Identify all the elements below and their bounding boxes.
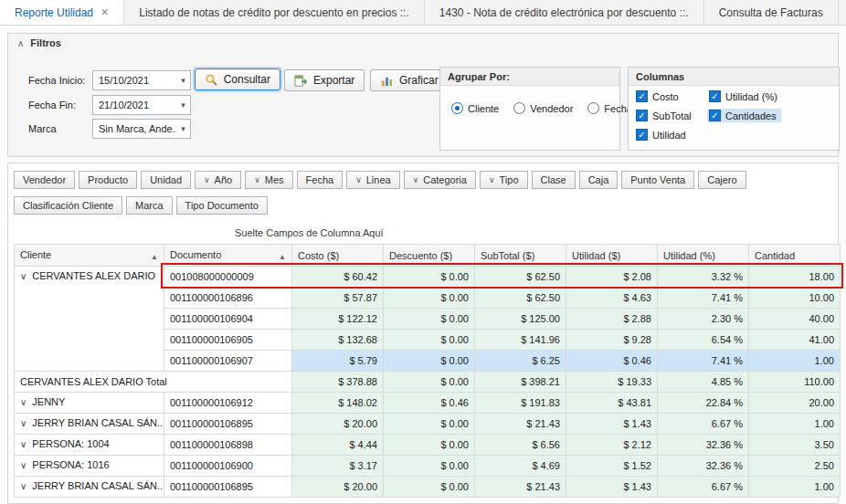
expand-chevron-icon[interactable]: ∨ <box>20 271 26 281</box>
value-cell[interactable]: $ 1.43 <box>566 477 658 498</box>
value-cell[interactable]: 1.00 <box>749 414 841 435</box>
value-cell[interactable]: $ 1.52 <box>566 456 658 477</box>
expand-chevron-icon[interactable]: ∨ <box>20 460 26 470</box>
radio-option-cliente[interactable]: Cliente <box>451 102 499 114</box>
checkbox-icon[interactable]: ✓ <box>636 110 648 121</box>
column-header-subtotal[interactable]: SubTotal ($) <box>475 245 566 267</box>
value-cell[interactable]: 7.41 % <box>658 351 749 372</box>
radio-icon[interactable] <box>513 102 525 114</box>
grid-row[interactable]: ∨JENNY001100000106912$ 148.02$ 0.46$ 191… <box>15 393 841 414</box>
value-cell[interactable]: $ 0.46 <box>384 393 475 414</box>
field-button-cajero[interactable]: Cajero <box>698 171 746 189</box>
fecha-inicio-picker[interactable]: 15/10/2021 ▾ <box>92 70 191 90</box>
checkbox-option-utilidad[interactable]: ✓Utilidad <box>634 128 695 142</box>
chevron-down-icon[interactable]: ▾ <box>176 76 190 85</box>
field-button-punto-venta[interactable]: Punto Venta <box>621 171 694 189</box>
documento-cell[interactable]: 001100000106907 <box>164 351 292 372</box>
value-cell[interactable]: 20.00 <box>749 393 841 414</box>
grid-row[interactable]: ∨PERSONA: 1016001100000106900$ 3.17$ 0.0… <box>15 456 841 477</box>
value-cell[interactable]: 3.50 <box>749 435 841 456</box>
value-cell[interactable]: $ 21.43 <box>475 414 566 435</box>
checkbox-icon[interactable]: ✓ <box>636 90 648 102</box>
consultar-button[interactable]: Consultar <box>195 68 280 90</box>
value-cell[interactable]: 7.41 % <box>658 288 749 309</box>
checkbox-option-cantidades[interactable]: ✓Cantidades <box>707 109 781 122</box>
value-cell[interactable]: $ 0.00 <box>384 309 475 330</box>
field-button-fecha[interactable]: Fecha <box>297 171 344 189</box>
value-cell[interactable]: $ 57.87 <box>292 288 384 309</box>
value-cell[interactable]: 40.00 <box>749 309 841 330</box>
value-cell[interactable]: $ 19.33 <box>566 372 658 393</box>
value-cell[interactable]: $ 0.46 <box>566 351 658 372</box>
fecha-fin-picker[interactable]: 21/10/2021 ▾ <box>92 95 191 115</box>
value-cell[interactable]: 10.00 <box>749 288 841 309</box>
graficar-button[interactable]: Graficar <box>370 69 449 91</box>
value-cell[interactable]: $ 0.00 <box>384 372 475 393</box>
value-cell[interactable]: $ 9.28 <box>566 330 658 351</box>
filter-chevron-icon[interactable]: ∨ <box>204 175 210 184</box>
value-cell[interactable]: $ 0.00 <box>384 477 475 498</box>
cliente-cell[interactable]: ∨CERVANTES ALEX DARIO <box>15 267 164 372</box>
value-cell[interactable]: 32.36 % <box>658 456 749 477</box>
value-cell[interactable]: $ 0.00 <box>384 456 475 477</box>
value-cell[interactable]: $ 0.00 <box>384 267 475 288</box>
value-cell[interactable]: 41.00 <box>749 330 841 351</box>
field-button-tipo-documento[interactable]: Tipo Documento <box>176 196 268 215</box>
field-button-ano[interactable]: ∨Año <box>195 171 241 189</box>
value-cell[interactable]: 32.36 % <box>658 435 749 456</box>
value-cell[interactable]: $ 0.00 <box>384 330 475 351</box>
value-cell[interactable]: 6.67 % <box>658 414 749 435</box>
documento-cell[interactable]: 001100000106898 <box>164 435 292 456</box>
value-cell[interactable]: $ 62.50 <box>475 267 566 288</box>
documento-cell[interactable]: 001100000106905 <box>164 330 292 351</box>
field-button-caja[interactable]: Caja <box>579 171 619 189</box>
tab-listado-de-notas-de-credito-por-descuento-en-precios[interactable]: Listado de notas de crédito por descuent… <box>124 0 425 25</box>
value-cell[interactable]: $ 5.79 <box>292 351 384 372</box>
grid-row[interactable]: ∨JERRY BRIAN CASAL SÁN...001100000106895… <box>15 477 841 498</box>
value-cell[interactable]: 2.50 <box>749 456 841 477</box>
value-cell[interactable]: $ 378.88 <box>292 372 384 393</box>
radio-icon[interactable] <box>451 102 463 114</box>
field-button-mes[interactable]: ∨Mes <box>245 171 292 189</box>
value-cell[interactable]: $ 148.02 <box>292 393 384 414</box>
field-button-unidad[interactable]: Unidad <box>141 171 191 189</box>
value-cell[interactable]: $ 2.88 <box>566 309 658 330</box>
exportar-button[interactable]: Exportar <box>284 69 365 91</box>
field-button-categoria[interactable]: ∨Categoria <box>404 171 476 189</box>
checkbox-option-utilidad[interactable]: ✓Utilidad (%) <box>707 89 781 103</box>
value-cell[interactable]: 3.32 % <box>658 267 749 288</box>
value-cell[interactable]: $ 21.43 <box>475 477 566 498</box>
tab-1430-nota-de-credito-electronica-por-descuento[interactable]: 1430 - Nota de crédito electrónica por d… <box>425 0 704 25</box>
marca-picker[interactable]: Sin Marca, Ande... ▾ <box>92 119 191 139</box>
tab-close-icon[interactable]: ✕ <box>100 6 109 18</box>
collapse-chevron-icon[interactable]: ∧ <box>17 38 24 48</box>
field-button-producto[interactable]: Producto <box>79 171 137 189</box>
field-button-marca[interactable]: Marca <box>126 196 173 215</box>
documento-cell[interactable]: 001100000106900 <box>164 456 292 477</box>
checkbox-option-subtotal[interactable]: ✓SubTotal <box>634 109 695 122</box>
value-cell[interactable]: $ 4.69 <box>475 456 566 477</box>
value-cell[interactable]: 1.00 <box>749 351 841 372</box>
column-header-documento[interactable]: ▲Documento <box>164 245 292 267</box>
radio-option-vendedor[interactable]: Vendedor <box>513 102 573 114</box>
checkbox-option-costo[interactable]: ✓Costo <box>634 89 695 103</box>
grid-total-row[interactable]: CERVANTES ALEX DARIO Total$ 378.88$ 0.00… <box>15 372 841 393</box>
value-cell[interactable]: 6.54 % <box>658 330 749 351</box>
column-header-cantidad[interactable]: Cantidad <box>749 245 841 267</box>
value-cell[interactable]: $ 62.50 <box>475 288 566 309</box>
value-cell[interactable]: $ 141.96 <box>475 330 566 351</box>
value-cell[interactable]: 6.67 % <box>658 477 749 498</box>
cliente-cell[interactable]: ∨JENNY <box>15 393 164 414</box>
expand-chevron-icon[interactable]: ∨ <box>20 418 26 428</box>
radio-icon[interactable] <box>587 102 599 114</box>
filter-chevron-icon[interactable]: ∨ <box>413 175 419 184</box>
documento-cell[interactable]: 001100000106895 <box>164 414 292 435</box>
tab-reporte-utilidad[interactable]: Reporte Utilidad✕ <box>0 0 124 25</box>
value-cell[interactable]: $ 0.00 <box>384 435 475 456</box>
value-cell[interactable]: $ 0.00 <box>384 351 475 372</box>
value-cell[interactable]: $ 191.83 <box>475 393 566 414</box>
grid-row[interactable]: ∨PERSONA: 1004001100000106898$ 4.44$ 0.0… <box>15 435 841 456</box>
value-cell[interactable]: $ 6.56 <box>475 435 566 456</box>
column-header-cliente[interactable]: ▲Cliente <box>15 245 164 267</box>
value-cell[interactable]: 4.85 % <box>658 372 749 393</box>
